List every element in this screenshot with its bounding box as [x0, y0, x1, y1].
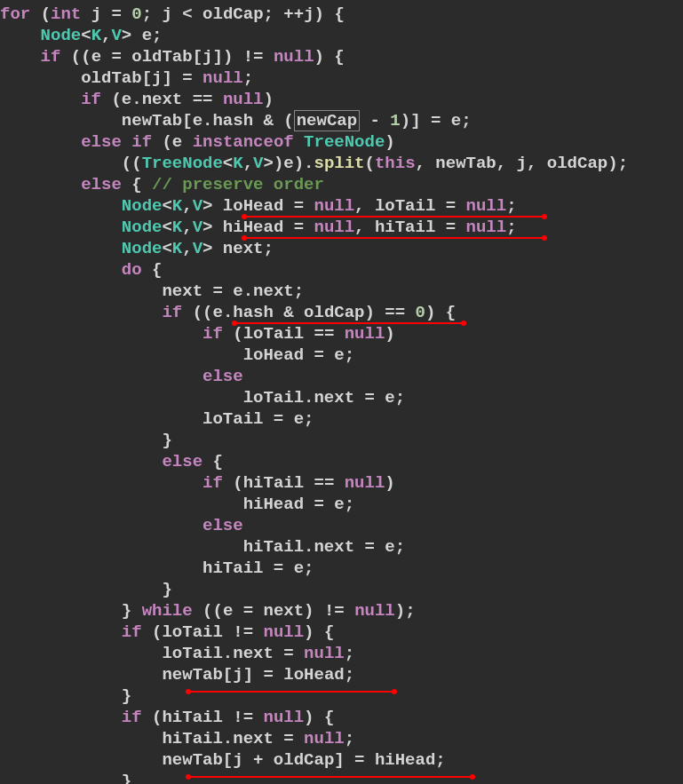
code-line: if (loTail != null) {	[0, 622, 334, 642]
code-line: Node<K,V> next;	[0, 239, 274, 258]
code-line: if ((e = oldTab[j]) != null) {	[0, 47, 345, 67]
code-line: }	[0, 686, 131, 706]
annotation-underline	[234, 322, 464, 324]
code-line: hiTail.next = e;	[0, 537, 405, 557]
code-line: next = e.next;	[0, 281, 304, 301]
code-block: for (int j = 0; j < oldCap; ++j) { Node<…	[0, 0, 683, 784]
code-line: }	[0, 431, 172, 450]
annotation-underline	[244, 216, 544, 218]
code-line: else	[0, 516, 243, 535]
code-line: for (int j = 0; j < oldCap; ++j) {	[0, 4, 345, 24]
code-line: Node<K,V> hiHead = null, hiTail = null;	[0, 218, 517, 237]
code-line: else { // preserve order	[0, 175, 324, 194]
annotation-underline	[244, 237, 544, 239]
code-line: else {	[0, 452, 223, 471]
code-line: oldTab[j] = null;	[0, 68, 253, 88]
code-line: newTab[j] = loHead;	[0, 665, 354, 685]
annotation-underline	[188, 776, 473, 778]
code-line: hiTail = e;	[0, 558, 314, 578]
code-line: }	[0, 580, 172, 599]
code-line: do {	[0, 260, 162, 280]
code-line: else	[0, 367, 243, 386]
code-line: newTab[j + oldCap] = hiHead;	[0, 750, 446, 770]
code-line: ((TreeNode<K,V>)e).split(this, newTab, j…	[0, 154, 628, 173]
code-line: loTail.next = e;	[0, 388, 405, 408]
code-line: else if (e instanceof TreeNode)	[0, 132, 395, 152]
code-line: hiHead = e;	[0, 495, 354, 514]
code-line: if (hiTail != null) {	[0, 708, 334, 727]
annotation-underline	[188, 691, 394, 693]
code-line: if ((e.hash & oldCap) == 0) {	[0, 303, 456, 322]
code-line: } while ((e = next) != null);	[0, 601, 416, 621]
code-line: Node<K,V> e;	[0, 26, 162, 45]
code-line: loHead = e;	[0, 345, 354, 365]
code-line: hiTail.next = null;	[0, 729, 354, 748]
code-line: }	[0, 772, 131, 784]
code-line: if (hiTail == null)	[0, 473, 395, 493]
code-line: newTab[e.hash & (newCap - 1)] = e;	[0, 110, 472, 131]
code-line: loTail.next = null;	[0, 644, 354, 663]
code-line: if (loTail == null)	[0, 324, 395, 344]
code-line: Node<K,V> loHead = null, loTail = null;	[0, 196, 517, 216]
code-line: loTail = e;	[0, 409, 314, 429]
code-line: if (e.next == null)	[0, 90, 274, 109]
